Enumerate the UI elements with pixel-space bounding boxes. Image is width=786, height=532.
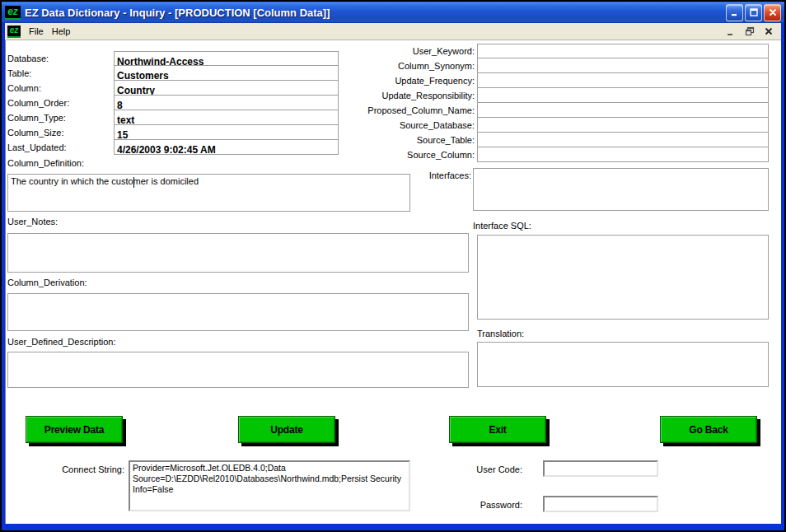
user-code-label: User Code: [442, 464, 522, 474]
right-fields: User_Keyword: Column_Synonym: Update_Fre… [348, 44, 769, 162]
exit-button[interactable]: Exit [449, 416, 546, 443]
column-field[interactable]: Country [114, 80, 339, 96]
titlebar[interactable]: ez EZ Data Dictionary - Inquiry - [PRODU… [2, 2, 784, 23]
field-row: Column_Order: 8 [7, 96, 339, 110]
maximize-icon[interactable] [745, 4, 762, 21]
field-row: Column: Country [7, 81, 339, 96]
update-responsibility-label: Update_Responsibility: [348, 88, 477, 103]
translation-label: Translation: [477, 329, 524, 338]
password-label: Password: [442, 500, 522, 510]
window-body: ez File Help [5, 23, 781, 524]
column-derivation-textarea[interactable] [7, 293, 469, 331]
field-row: Database: Northwind-Access [7, 51, 339, 66]
field-row: Update_Frequency: [348, 73, 769, 88]
left-fields: Database: Northwind-Access Table: Custom… [7, 51, 339, 155]
source-table-field[interactable] [477, 132, 769, 147]
password-input[interactable] [543, 496, 658, 512]
app-logo-icon: ez [5, 6, 21, 20]
field-row: Source_Database: [348, 118, 769, 133]
interface-sql-label: Interface SQL: [473, 221, 531, 231]
column-type-label: Column_Type: [7, 110, 114, 125]
update-responsibility-field[interactable] [477, 87, 769, 103]
interfaces-textarea[interactable] [473, 168, 769, 211]
column-type-field[interactable]: text [114, 110, 339, 125]
update-frequency-field[interactable] [477, 72, 769, 88]
window-title: EZ Data Dictionary - Inquiry - [PRODUCTI… [25, 7, 726, 19]
translation-textarea[interactable] [477, 342, 769, 387]
close-icon[interactable] [764, 4, 781, 21]
minimize-icon[interactable] [726, 4, 743, 21]
user-defined-description-textarea[interactable] [7, 352, 469, 388]
column-synonym-field[interactable] [477, 58, 769, 73]
connect-string-label: Connect String: [39, 464, 124, 474]
preview-data-button[interactable]: Preview Data [26, 416, 123, 443]
column-derivation-label: Column_Derivation: [7, 278, 87, 287]
last-updated-value: 4/26/2003 9:02:45 AM [117, 144, 216, 155]
screen: ez EZ Data Dictionary - Inquiry - [PRODU… [0, 0, 786, 532]
interfaces-label: Interfaces: [348, 170, 471, 180]
field-row: Source_Table: [348, 133, 769, 147]
field-row: Update_Responsibility: [348, 88, 769, 103]
proposed-column-name-label: Proposed_Column_Name: [348, 103, 477, 118]
field-row: Table: Customers [7, 66, 339, 81]
field-row: Proposed_Column_Name: [348, 103, 769, 118]
column-synonym-label: Column_Synonym: [348, 58, 477, 73]
table-field[interactable]: Customers [114, 65, 339, 81]
column-label: Column: [7, 81, 114, 96]
connect-string-textarea[interactable]: Provider=Microsoft.Jet.OLEDB.4.0;Data So… [129, 460, 410, 511]
source-table-label: Source_Table: [348, 133, 477, 147]
field-row: Column_Synonym: [348, 58, 769, 73]
mdi-minimize-icon[interactable] [723, 26, 737, 38]
column-size-field[interactable]: 15 [114, 124, 339, 140]
table-label: Table: [7, 66, 114, 81]
last-updated-field[interactable]: 4/26/2003 9:02:45 AM [114, 139, 339, 155]
mdi-close-icon[interactable] [761, 26, 775, 38]
menubar: ez File Help [5, 23, 781, 40]
user-defined-description-label: User_Defined_Description: [7, 337, 115, 347]
mdi-restore-icon[interactable] [742, 26, 756, 38]
field-row: Last_Updated: 4/26/2003 9:02:45 AM [7, 140, 339, 155]
database-label: Database: [7, 51, 114, 66]
update-frequency-label: Update_Frequency: [348, 73, 477, 88]
field-row: Source_Column: [348, 147, 769, 162]
menu-file[interactable]: File [27, 25, 50, 38]
column-order-label: Column_Order: [7, 96, 114, 110]
text-caret [133, 177, 134, 188]
column-order-field[interactable]: 8 [114, 95, 339, 110]
mdi-child-logo-icon: ez [7, 26, 21, 38]
source-column-label: Source_Column: [348, 147, 477, 162]
go-back-button[interactable]: Go Back [660, 416, 757, 443]
user-notes-label: User_Notes: [7, 217, 58, 226]
field-row: Column_Size: 15 [7, 125, 339, 140]
field-row: User_Keyword: [348, 44, 769, 58]
proposed-column-name-field[interactable] [477, 102, 769, 118]
form-area: Database: Northwind-Access Table: Custom… [5, 40, 781, 524]
menu-help[interactable]: Help [50, 25, 77, 38]
user-notes-textarea[interactable] [7, 233, 469, 273]
user-keyword-label: User_Keyword: [348, 44, 477, 58]
update-button[interactable]: Update [238, 416, 335, 443]
user-code-input[interactable] [543, 460, 658, 477]
source-database-field[interactable] [477, 117, 769, 133]
last-updated-label: Last_Updated: [7, 140, 114, 155]
source-database-label: Source_Database: [348, 118, 477, 133]
app-window: ez EZ Data Dictionary - Inquiry - [PRODU… [2, 2, 784, 530]
interface-sql-textarea[interactable] [477, 235, 769, 320]
source-column-field[interactable] [477, 147, 769, 162]
field-row: Column_Type: text [7, 110, 339, 125]
column-size-label: Column_Size: [7, 125, 114, 140]
window-controls [726, 4, 781, 21]
column-definition-label: Column_Definition: [7, 158, 84, 168]
mdi-window-controls [723, 26, 779, 38]
